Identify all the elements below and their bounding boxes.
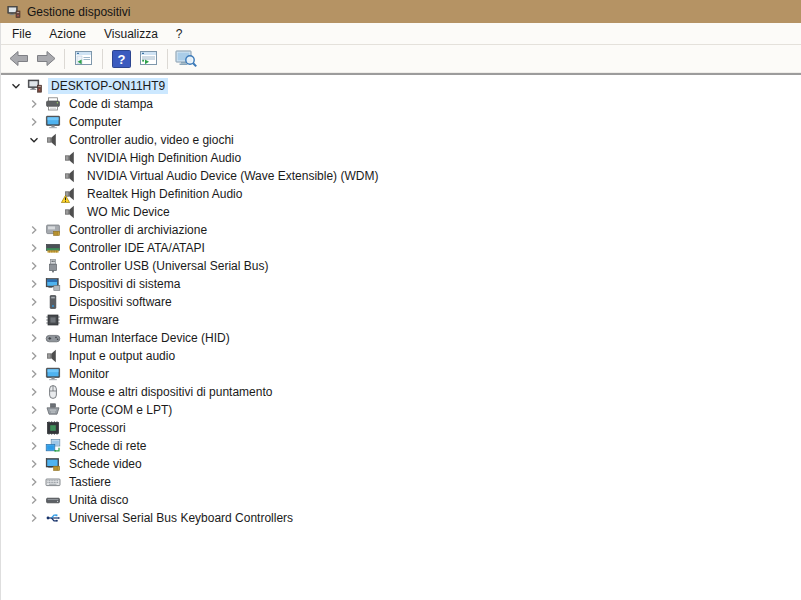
chevron-collapsed-icon[interactable] xyxy=(27,223,41,237)
speaker-icon xyxy=(63,204,79,220)
storage-controller-icon xyxy=(45,222,61,238)
back-button[interactable] xyxy=(6,47,31,70)
tree-item-realtek-high-definition-audio[interactable]: Realtek High Definition Audio xyxy=(1,185,801,203)
tree-item-label: NVIDIA High Definition Audio xyxy=(84,150,244,166)
chevron-collapsed-icon[interactable] xyxy=(27,259,41,273)
chevron-collapsed-icon[interactable] xyxy=(27,241,41,255)
tree-item-tastiere[interactable]: Tastiere xyxy=(1,473,801,491)
chevron-collapsed-icon[interactable] xyxy=(27,367,41,381)
tree-item-controller-ide-ata-atapi[interactable]: Controller IDE ATA/ATAPI xyxy=(1,239,801,257)
device-manager-app-icon xyxy=(7,5,21,19)
tree-item-schede-di-rete[interactable]: Schede di rete xyxy=(1,437,801,455)
tree-item-label: Controller audio, video e giochi xyxy=(66,132,237,148)
network-adapter-icon xyxy=(45,438,61,454)
firmware-chip-icon xyxy=(45,312,61,328)
tree-item-label: Firmware xyxy=(66,312,122,328)
tree-item-label: Code di stampa xyxy=(66,96,156,112)
menu-azione[interactable]: Azione xyxy=(40,25,95,43)
chevron-collapsed-icon[interactable] xyxy=(27,313,41,327)
chevron-collapsed-icon[interactable] xyxy=(27,403,41,417)
menubar: File Azione Visualizza ? xyxy=(1,23,801,45)
tree-item-unit-disco[interactable]: Unità disco xyxy=(1,491,801,509)
tree-item-input-e-output-audio[interactable]: Input e output audio xyxy=(1,347,801,365)
tree-item-label: Universal Serial Bus Keyboard Controller… xyxy=(66,510,296,526)
menu-help[interactable]: ? xyxy=(167,25,192,43)
tree-item-label: Controller USB (Universal Serial Bus) xyxy=(66,258,271,274)
tree-item-processori[interactable]: Processori xyxy=(1,419,801,437)
system-device-icon xyxy=(45,276,61,292)
window-tree-icon xyxy=(74,50,94,67)
video-adapter-icon xyxy=(45,456,61,472)
arrow-left-icon xyxy=(9,50,29,67)
tree-item-label: Monitor xyxy=(66,366,112,382)
svg-text:?: ? xyxy=(118,51,126,66)
tree-item-label: Computer xyxy=(66,114,125,130)
tree-item-label: Input e output audio xyxy=(66,348,178,364)
scan-hardware-changes-button[interactable] xyxy=(174,47,199,70)
tree-item-label: Porte (COM e LPT) xyxy=(66,402,175,418)
window-title: Gestione dispositivi xyxy=(27,5,130,19)
chevron-collapsed-icon[interactable] xyxy=(27,115,41,129)
chevron-expanded-icon[interactable] xyxy=(27,133,41,147)
toolbar-separator xyxy=(64,49,65,69)
disk-drive-icon xyxy=(45,492,61,508)
tree-item-label: Realtek High Definition Audio xyxy=(84,186,245,202)
tree-item-schede-video[interactable]: Schede video xyxy=(1,455,801,473)
tree-item-label: Human Interface Device (HID) xyxy=(66,330,233,346)
tree-item-label: Dispositivi di sistema xyxy=(66,276,183,292)
tree-item-wo-mic-device[interactable]: WO Mic Device xyxy=(1,203,801,221)
speaker-icon xyxy=(63,186,79,202)
chevron-collapsed-icon[interactable] xyxy=(27,421,41,435)
tree-item-controller-usb-universal-serial-bus[interactable]: Controller USB (Universal Serial Bus) xyxy=(1,257,801,275)
toolbar-separator xyxy=(102,49,103,69)
titlebar: Gestione dispositivi xyxy=(0,0,801,23)
tree-item-label: Tastiere xyxy=(66,474,114,490)
tree-item-monitor[interactable]: Monitor xyxy=(1,365,801,383)
tree-item-porte-com-e-lpt[interactable]: Porte (COM e LPT) xyxy=(1,401,801,419)
properties-button[interactable] xyxy=(136,47,161,70)
tree-item-code-di-stampa[interactable]: Code di stampa xyxy=(1,95,801,113)
chevron-collapsed-icon[interactable] xyxy=(27,439,41,453)
tree-item-dispositivi-software[interactable]: Dispositivi software xyxy=(1,293,801,311)
chevron-collapsed-icon[interactable] xyxy=(27,277,41,291)
help-icon: ? xyxy=(112,50,131,68)
chevron-collapsed-icon[interactable] xyxy=(27,493,41,507)
tree-item-computer[interactable]: Computer xyxy=(1,113,801,131)
menu-visualizza[interactable]: Visualizza xyxy=(95,25,167,43)
tree-item-desktop-on11ht9[interactable]: DESKTOP-ON11HT9 xyxy=(1,77,801,95)
tree-item-label: Processori xyxy=(66,420,129,436)
menu-file[interactable]: File xyxy=(3,25,40,43)
hid-gamepad-icon xyxy=(45,330,61,346)
tree-item-universal-serial-bus-keyboard-controllers[interactable]: Universal Serial Bus Keyboard Controller… xyxy=(1,509,801,527)
tree-item-label: Schede video xyxy=(66,456,145,472)
show-console-tree-button[interactable] xyxy=(71,47,96,70)
tree-item-nvidia-virtual-audio-device-wave-extensible-wdm[interactable]: NVIDIA Virtual Audio Device (Wave Extens… xyxy=(1,167,801,185)
tree-item-nvidia-high-definition-audio[interactable]: NVIDIA High Definition Audio xyxy=(1,149,801,167)
chevron-collapsed-icon[interactable] xyxy=(27,475,41,489)
chevron-collapsed-icon[interactable] xyxy=(27,385,41,399)
chevron-expanded-icon[interactable] xyxy=(9,79,23,93)
tree-item-firmware[interactable]: Firmware xyxy=(1,311,801,329)
tree-item-label: DESKTOP-ON11HT9 xyxy=(48,78,168,94)
help-button[interactable]: ? xyxy=(109,47,134,70)
forward-button[interactable] xyxy=(33,47,58,70)
chevron-collapsed-icon[interactable] xyxy=(27,331,41,345)
device-manager-window: Gestione dispositivi File Azione Visuali… xyxy=(0,0,801,600)
chevron-collapsed-icon[interactable] xyxy=(27,295,41,309)
arrow-right-icon xyxy=(36,50,56,67)
chevron-collapsed-icon[interactable] xyxy=(27,349,41,363)
tree-item-mouse-e-altri-dispositivi-di-puntamento[interactable]: Mouse e altri dispositivi di puntamento xyxy=(1,383,801,401)
tree-item-label: Controller IDE ATA/ATAPI xyxy=(66,240,208,256)
tree-item-controller-di-archiviazione[interactable]: Controller di archiviazione xyxy=(1,221,801,239)
chevron-collapsed-icon[interactable] xyxy=(27,457,41,471)
tree-item-controller-audio-video-e-giochi[interactable]: Controller audio, video e giochi xyxy=(1,131,801,149)
tree-item-label: Controller di archiviazione xyxy=(66,222,210,238)
chevron-collapsed-icon[interactable] xyxy=(27,97,41,111)
chevron-collapsed-icon[interactable] xyxy=(27,511,41,525)
software-device-icon xyxy=(45,294,61,310)
toolbar-separator xyxy=(167,49,168,69)
processor-chip-icon xyxy=(45,420,61,436)
tree-item-human-interface-device-hid[interactable]: Human Interface Device (HID) xyxy=(1,329,801,347)
tree-item-label: Dispositivi software xyxy=(66,294,175,310)
tree-item-dispositivi-di-sistema[interactable]: Dispositivi di sistema xyxy=(1,275,801,293)
